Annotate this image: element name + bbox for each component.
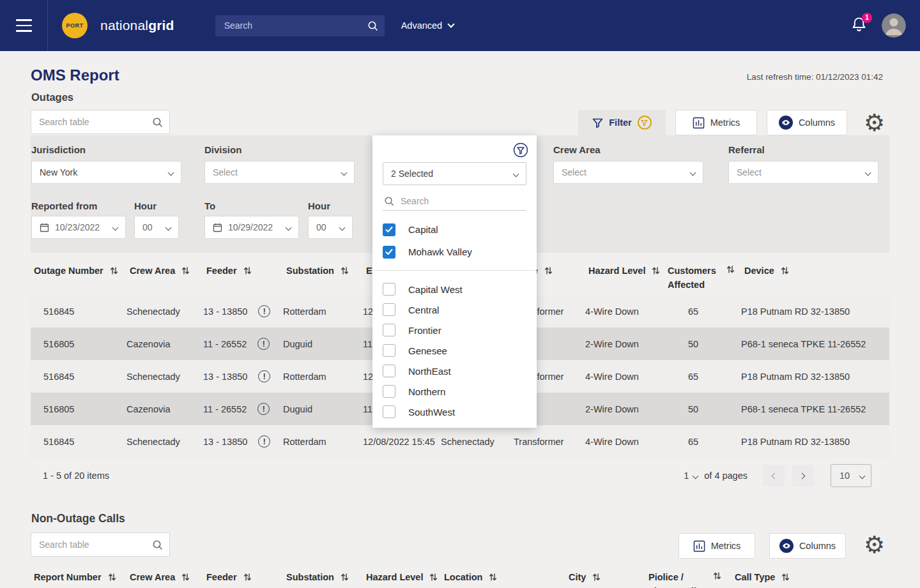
warning-icon[interactable]: !	[258, 435, 270, 448]
advanced-search-toggle[interactable]: Advanced	[401, 20, 454, 31]
eye-icon	[779, 116, 793, 130]
funnel-settings-icon[interactable]	[512, 142, 529, 161]
prev-page-button[interactable]	[763, 465, 785, 486]
page-select[interactable]: 1	[684, 471, 698, 481]
col-crew-area: Crew Area	[126, 254, 203, 295]
to-date-picker[interactable]: 10/29/2022	[204, 216, 299, 239]
option-genesee[interactable]: Genesee	[372, 340, 537, 361]
next-page-button[interactable]	[792, 465, 814, 486]
sort-icon[interactable]	[652, 265, 660, 279]
outages-columns-button[interactable]: Columns	[767, 110, 847, 135]
non-outage-table-search-input[interactable]	[31, 533, 169, 556]
sort-icon[interactable]	[108, 571, 116, 585]
col-feeder: Feeder	[203, 561, 283, 588]
option-mohawk-valley[interactable]: Mohawk Valley	[372, 241, 537, 263]
global-search-input[interactable]	[215, 15, 385, 36]
dropdown-search[interactable]	[383, 192, 526, 211]
pages-total: of 4 pages	[704, 471, 747, 481]
checkbox-unchecked[interactable]	[383, 385, 395, 398]
hamburger-menu-icon[interactable]	[0, 0, 47, 51]
checkbox-unchecked[interactable]	[383, 405, 395, 418]
jurisdiction-select[interactable]: New York	[31, 161, 181, 184]
options-divider	[372, 270, 537, 271]
sort-icon[interactable]	[726, 264, 735, 278]
main-content: OMS Report Last refresh time: 01/12/2023…	[0, 51, 920, 588]
chevron-down-icon	[339, 225, 346, 231]
checkbox-checked[interactable]	[383, 246, 395, 259]
hour-to-select[interactable]: 00	[308, 216, 353, 239]
items-count: 1 - 5 of 20 items	[31, 471, 109, 481]
non-outage-table-search[interactable]	[31, 532, 170, 557]
sort-icon[interactable]	[341, 265, 349, 279]
chevron-down-icon	[168, 170, 174, 176]
notifications-button[interactable]: 1	[850, 16, 868, 36]
user-avatar[interactable]	[882, 13, 906, 38]
port-logo[interactable]: PORT	[62, 13, 88, 38]
calendar-icon	[213, 223, 222, 232]
hour-from-select[interactable]: 00	[134, 216, 179, 239]
col-substation: Substation	[283, 254, 363, 295]
checkbox-unchecked[interactable]	[383, 303, 395, 316]
chevron-down-icon	[690, 170, 696, 176]
non-outage-settings-gear-icon[interactable]: ⚙	[864, 533, 885, 557]
non-outage-section-title: Non-Outage Calls	[31, 512, 125, 525]
brand-wordmark: nationalgrid	[100, 18, 174, 33]
sort-icon[interactable]	[243, 265, 252, 279]
outages-table-search[interactable]	[31, 110, 170, 134]
sort-icon[interactable]	[181, 571, 190, 585]
selected-summary-select[interactable]: 2 Selected	[383, 162, 526, 185]
chevron-down-icon	[693, 472, 699, 479]
chevron-down-icon	[865, 170, 871, 176]
option-capital[interactable]: Capital	[372, 218, 537, 241]
outages-metrics-button[interactable]: Metrics	[675, 110, 757, 135]
table-row[interactable]: 516845 Schenectady 13 - 13850! Rotterdam…	[31, 425, 889, 458]
option-frontier[interactable]: Frontier	[372, 320, 537, 340]
sort-icon[interactable]	[341, 571, 349, 585]
sort-icon[interactable]	[110, 265, 118, 279]
option-central[interactable]: Central	[372, 299, 537, 320]
sort-icon[interactable]	[181, 265, 190, 279]
sort-icon[interactable]	[713, 570, 721, 584]
col-outage-number: Outage Number	[31, 254, 126, 295]
option-northeast[interactable]: NorthEast	[372, 361, 537, 381]
warning-icon[interactable]: !	[257, 403, 270, 415]
sort-icon[interactable]	[489, 571, 497, 585]
navbar-divider	[47, 0, 48, 51]
to-label: To	[204, 200, 215, 211]
option-capital-west[interactable]: Capital West	[372, 279, 537, 299]
outages-table-search-input[interactable]	[31, 110, 169, 133]
crew-area-select[interactable]: Select	[553, 161, 703, 184]
chevron-down-icon	[165, 225, 172, 231]
page-size-select[interactable]: 10	[831, 464, 871, 487]
option-northern[interactable]: Northern	[372, 381, 537, 402]
global-search[interactable]	[215, 15, 385, 36]
checkbox-unchecked[interactable]	[383, 365, 395, 377]
non-outage-columns-button[interactable]: Columns	[769, 533, 846, 559]
checkbox-unchecked[interactable]	[383, 283, 395, 296]
sort-icon[interactable]	[243, 571, 252, 585]
non-outage-metrics-button[interactable]: Metrics	[678, 533, 755, 559]
checkbox-unchecked[interactable]	[383, 344, 395, 357]
sort-icon[interactable]	[781, 571, 790, 585]
filter-dropdown-popup: 2 Selected Capital Mohawk Valley Capital…	[372, 135, 537, 428]
warning-icon[interactable]: !	[258, 370, 270, 382]
checkbox-unchecked[interactable]	[383, 324, 395, 336]
outages-settings-gear-icon[interactable]: ⚙	[864, 111, 885, 135]
option-southwest[interactable]: SouthWest	[372, 402, 537, 422]
warning-icon[interactable]: !	[257, 338, 270, 350]
division-select[interactable]: Select	[204, 161, 355, 184]
filter-button[interactable]: Filter	[578, 110, 666, 135]
dropdown-search-input[interactable]	[383, 192, 526, 210]
sort-icon[interactable]	[544, 265, 553, 279]
reported-from-date-picker[interactable]: 10/23/2022	[31, 216, 126, 239]
warning-icon[interactable]: !	[258, 305, 270, 317]
sort-icon[interactable]	[429, 571, 438, 585]
referral-select[interactable]: Select	[728, 161, 878, 184]
funnel-icon	[592, 117, 603, 128]
search-icon[interactable]	[367, 20, 378, 34]
col-customers-affected: Customers Affected	[664, 254, 741, 295]
col-feeder: Feeder	[203, 254, 283, 295]
sort-icon[interactable]	[592, 571, 601, 585]
checkbox-checked[interactable]	[383, 223, 395, 236]
sort-icon[interactable]	[781, 265, 789, 279]
